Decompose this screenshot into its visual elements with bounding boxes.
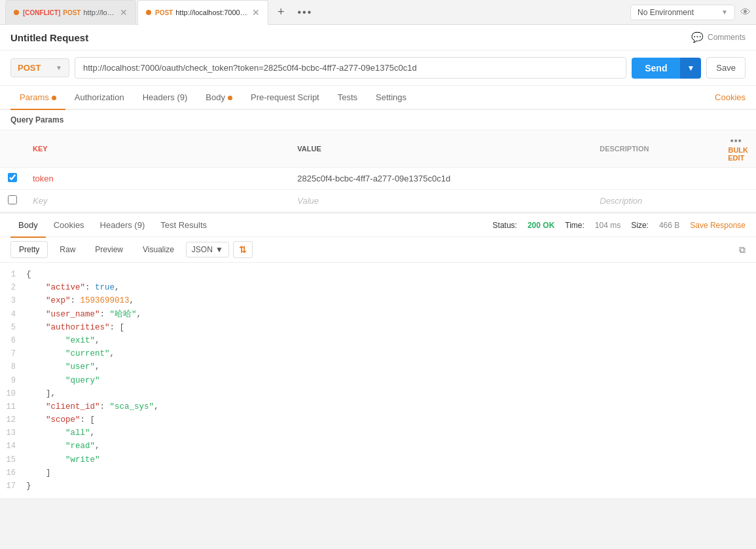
tab-params[interactable]: Params bbox=[10, 86, 65, 110]
line-content-16: ] bbox=[26, 466, 51, 480]
col-description: DESCRIPTION bbox=[592, 130, 716, 168]
empty-checkbox[interactable] bbox=[8, 195, 17, 204]
format-select[interactable]: JSON ▼ bbox=[186, 242, 229, 257]
line-num-17: 17 bbox=[0, 480, 26, 493]
eye-icon[interactable]: 👁 bbox=[740, 7, 751, 18]
line-content-11: "client_id": "sca_sys", bbox=[26, 400, 159, 413]
col-value: VALUE bbox=[289, 130, 592, 168]
line-content-13: "all", bbox=[26, 426, 95, 440]
tab2-close[interactable]: ✕ bbox=[252, 7, 260, 18]
line-content-7: "current", bbox=[26, 347, 115, 360]
param-checkbox-cell bbox=[0, 168, 25, 190]
view-pretty[interactable]: Pretty bbox=[10, 241, 48, 258]
more-options-icon[interactable]: ••• bbox=[730, 136, 742, 146]
tab-authorization[interactable]: Authorization bbox=[65, 86, 134, 110]
line-num-11: 11 bbox=[0, 401, 26, 413]
code-line-2: 2 "active": true, bbox=[0, 281, 756, 294]
conflict-label: [CONFLICT] bbox=[23, 9, 60, 16]
send-button[interactable]: Send bbox=[632, 58, 680, 79]
line-content-3: "exp": 1593699013, bbox=[26, 294, 134, 307]
line-content-1: { bbox=[26, 268, 31, 281]
line-content-2: "active": true, bbox=[26, 281, 120, 294]
body-dot bbox=[228, 96, 232, 100]
line-content-10: ], bbox=[26, 387, 56, 400]
param-value: 2825c0f4-bcbc-4ff7-a277-09e1375c0c1d bbox=[297, 174, 450, 183]
code-line-4: 4 "user_name": "哈哈", bbox=[0, 308, 756, 321]
empty-key-cell[interactable]: Key bbox=[25, 190, 289, 212]
line-content-8: "user", bbox=[26, 360, 100, 373]
line-content-14: "read", bbox=[26, 440, 100, 453]
send-btn-group: Send ▼ bbox=[632, 58, 701, 79]
line-num-12: 12 bbox=[0, 414, 26, 426]
param-more-cell bbox=[716, 168, 756, 190]
tab1-close[interactable]: ✕ bbox=[120, 7, 128, 18]
url-input[interactable] bbox=[75, 57, 626, 79]
send-dropdown-button[interactable]: ▼ bbox=[680, 58, 701, 79]
request-tabs: Params Authorization Headers (9) Body Pr… bbox=[0, 86, 756, 110]
code-line-8: 8 "user", bbox=[0, 360, 756, 373]
view-visualize[interactable]: Visualize bbox=[135, 242, 182, 257]
res-tab-test-results[interactable]: Test Results bbox=[153, 214, 215, 238]
format-label: JSON bbox=[192, 245, 213, 254]
code-line-6: 6 "exit", bbox=[0, 334, 756, 347]
param-checkbox[interactable] bbox=[8, 173, 17, 182]
code-line-12: 12 "scope": [ bbox=[0, 413, 756, 426]
code-line-7: 7 "current", bbox=[0, 347, 756, 360]
view-preview[interactable]: Preview bbox=[87, 242, 131, 257]
time-value: 104 ms bbox=[595, 221, 621, 230]
method-label: POST bbox=[18, 63, 41, 73]
add-tab-button[interactable]: + bbox=[274, 4, 289, 20]
wrap-button[interactable]: ⇅ bbox=[233, 241, 253, 258]
tab-prerequest[interactable]: Pre-request Script bbox=[242, 86, 329, 110]
save-button[interactable]: Save bbox=[706, 57, 746, 79]
table-row: token 2825c0f4-bcbc-4ff7-a277-09e1375c0c… bbox=[0, 168, 756, 190]
url-bar: POST ▼ Send ▼ Save bbox=[0, 50, 756, 86]
tab-body[interactable]: Body bbox=[196, 86, 242, 110]
comments-button[interactable]: 💬 Comments bbox=[691, 31, 746, 43]
line-content-15: "write" bbox=[26, 453, 100, 466]
method-chevron-icon: ▼ bbox=[56, 64, 62, 71]
tab-settings[interactable]: Settings bbox=[367, 86, 416, 110]
line-num-13: 13 bbox=[0, 427, 26, 440]
empty-desc-placeholder: Description bbox=[600, 196, 642, 206]
more-tabs-button[interactable]: ••• bbox=[294, 5, 317, 20]
request-title: Untitled Request bbox=[10, 32, 88, 43]
param-value-cell: 2825c0f4-bcbc-4ff7-a277-09e1375c0c1d bbox=[289, 168, 592, 190]
res-tab-headers[interactable]: Headers (9) bbox=[92, 214, 153, 238]
line-content-17: } bbox=[26, 480, 31, 493]
tab2-method: POST bbox=[155, 9, 173, 16]
line-num-2: 2 bbox=[0, 282, 26, 294]
comments-icon: 💬 bbox=[691, 31, 704, 43]
empty-value-placeholder: Value bbox=[297, 196, 319, 206]
cookies-link[interactable]: Cookies bbox=[715, 92, 746, 102]
empty-desc-cell[interactable]: Description bbox=[592, 190, 716, 212]
param-key: token bbox=[33, 174, 54, 183]
tab-active[interactable]: POST http://localhost:7000/oauth/c... ✕ bbox=[137, 0, 268, 25]
size-label: Size: bbox=[631, 221, 649, 230]
tab-tests[interactable]: Tests bbox=[329, 86, 367, 110]
tab1-url: http://localhost:70... bbox=[83, 9, 116, 16]
view-raw[interactable]: Raw bbox=[52, 242, 83, 257]
copy-button[interactable]: ⧉ bbox=[739, 244, 746, 256]
param-desc-cell bbox=[592, 168, 716, 190]
tab-headers[interactable]: Headers (9) bbox=[134, 86, 197, 110]
line-num-7: 7 bbox=[0, 348, 26, 360]
env-dropdown[interactable]: No Environment ▼ bbox=[630, 5, 735, 20]
param-key-cell: token bbox=[25, 168, 289, 190]
save-response-button[interactable]: Save Response bbox=[690, 221, 746, 230]
line-content-4: "user_name": "哈哈", bbox=[26, 308, 141, 321]
empty-checkbox-cell bbox=[0, 190, 25, 212]
tab-conflict[interactable]: [CONFLICT] POST http://localhost:70... ✕ bbox=[5, 0, 136, 25]
format-chevron-icon: ▼ bbox=[215, 245, 223, 254]
method-select[interactable]: POST ▼ bbox=[10, 58, 69, 77]
res-tab-body[interactable]: Body bbox=[10, 214, 46, 238]
line-num-5: 5 bbox=[0, 322, 26, 334]
bulk-edit-button[interactable]: Bulk Edit bbox=[728, 146, 748, 162]
empty-value-cell[interactable]: Value bbox=[289, 190, 592, 212]
col-check bbox=[0, 130, 25, 168]
tab2-dot bbox=[146, 10, 151, 15]
line-num-4: 4 bbox=[0, 309, 26, 321]
line-num-15: 15 bbox=[0, 454, 26, 466]
res-tab-cookies[interactable]: Cookies bbox=[46, 214, 92, 238]
size-value: 466 B bbox=[659, 221, 679, 230]
